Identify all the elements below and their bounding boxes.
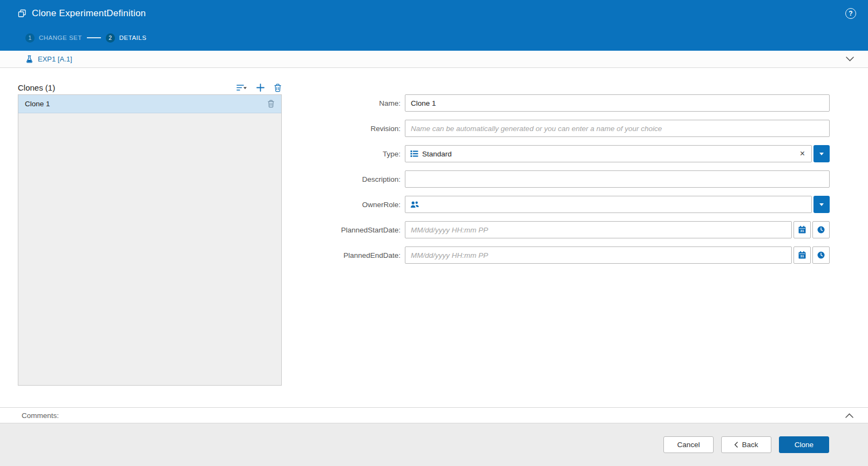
end-date-calendar-button[interactable]: 31 <box>794 246 811 264</box>
chevron-down-icon <box>819 203 824 206</box>
context-bar[interactable]: EXP1 [A.1] <box>0 51 868 68</box>
type-value: Standard <box>422 150 452 158</box>
chevron-down-icon[interactable] <box>846 57 854 61</box>
list-icon <box>410 150 418 157</box>
dialog-title: Clone ExperimentDefinition <box>32 8 146 19</box>
revision-label: Revision: <box>282 125 401 133</box>
delete-clone-icon[interactable] <box>274 84 282 92</box>
ownerrole-label: OwnerRole: <box>282 201 401 209</box>
step-connector-line <box>87 37 101 38</box>
field-planned-start-date: PlannedStartDate: 31 <box>282 221 830 238</box>
cancel-button[interactable]: Cancel <box>663 436 714 453</box>
step-2-label: DETAILS <box>119 35 147 41</box>
planned-start-date-input[interactable] <box>405 221 792 238</box>
clone-item-label: Clone 1 <box>25 100 50 108</box>
comments-label: Comments: <box>22 412 59 420</box>
planned-end-date-label: PlannedEndDate: <box>282 251 401 259</box>
people-icon <box>410 201 419 208</box>
field-name: Name: <box>282 94 830 112</box>
calendar-icon: 31 <box>798 225 806 234</box>
comments-section[interactable]: Comments: <box>0 407 868 423</box>
clones-toolbar <box>236 84 282 92</box>
details-form: Name: Revision: Type: S <box>282 81 830 407</box>
planned-start-date-label: PlannedStartDate: <box>282 226 401 234</box>
step-2-circle: 2 <box>106 33 115 43</box>
dialog-footer: Cancel Back Clone <box>0 423 868 466</box>
calendar-icon: 31 <box>798 251 806 259</box>
field-ownerrole: OwnerRole: <box>282 196 830 213</box>
start-date-calendar-button[interactable]: 31 <box>794 221 811 238</box>
step-1-label: CHANGE SET <box>39 35 82 41</box>
field-revision: Revision: <box>282 120 830 137</box>
filter-icon[interactable] <box>236 84 247 91</box>
flask-icon <box>25 55 33 63</box>
clock-icon <box>817 251 825 259</box>
clear-type-button[interactable]: × <box>798 149 806 158</box>
field-planned-end-date: PlannedEndDate: 31 <box>282 246 830 264</box>
help-icon[interactable]: ? <box>845 8 856 19</box>
clone-button[interactable]: Clone <box>779 436 829 453</box>
description-input[interactable] <box>405 170 830 188</box>
name-input[interactable] <box>405 94 830 112</box>
back-button[interactable]: Back <box>721 436 771 453</box>
wizard-steps: 1 CHANGE SET 2 DETAILS <box>0 27 868 49</box>
delete-item-icon[interactable] <box>267 100 275 108</box>
ownerrole-combobox[interactable] <box>405 196 812 213</box>
clone-experiment-dialog: Clone ExperimentDefinition ? 1 CHANGE SE… <box>0 0 868 466</box>
help-glyph: ? <box>849 10 852 17</box>
type-combobox[interactable]: Standard × <box>405 145 812 162</box>
calendar-day-number: 31 <box>801 229 804 232</box>
clone-icon <box>18 9 26 18</box>
chevron-down-icon <box>819 153 824 155</box>
chevron-left-icon <box>734 442 738 448</box>
title-row: Clone ExperimentDefinition ? <box>0 0 868 27</box>
calendar-day-number: 31 <box>801 254 804 258</box>
type-label: Type: <box>282 150 401 158</box>
step-details[interactable]: 2 DETAILS <box>106 33 147 43</box>
add-clone-icon[interactable] <box>256 84 265 92</box>
field-type: Type: Standard × <box>282 145 830 162</box>
planned-end-date-input[interactable] <box>405 246 792 264</box>
field-description: Description: <box>282 170 830 188</box>
chevron-up-icon[interactable] <box>845 413 853 418</box>
cancel-label: Cancel <box>677 441 700 449</box>
clones-panel: Clones (1) Clone 1 <box>18 81 282 407</box>
start-time-clock-button[interactable] <box>812 221 830 238</box>
step-change-set[interactable]: 1 CHANGE SET <box>25 33 82 43</box>
revision-input[interactable] <box>405 120 830 137</box>
context-item-label: EXP1 [A.1] <box>38 55 72 63</box>
name-label: Name: <box>282 99 401 107</box>
end-time-clock-button[interactable] <box>812 246 830 264</box>
clones-list: Clone 1 <box>18 94 282 386</box>
description-label: Description: <box>282 175 401 183</box>
dialog-header: Clone ExperimentDefinition ? 1 CHANGE SE… <box>0 0 868 51</box>
clones-panel-header: Clones (1) <box>18 81 282 94</box>
clone-label: Clone <box>795 441 813 449</box>
step-1-circle: 1 <box>25 33 35 43</box>
back-label: Back <box>742 441 758 449</box>
clock-icon <box>817 225 825 234</box>
ownerrole-dropdown-button[interactable] <box>813 196 830 213</box>
clone-list-item[interactable]: Clone 1 <box>18 95 281 113</box>
type-dropdown-button[interactable] <box>813 145 830 162</box>
clones-title: Clones (1) <box>18 83 55 92</box>
main-content: Clones (1) Clone 1 <box>0 68 868 407</box>
